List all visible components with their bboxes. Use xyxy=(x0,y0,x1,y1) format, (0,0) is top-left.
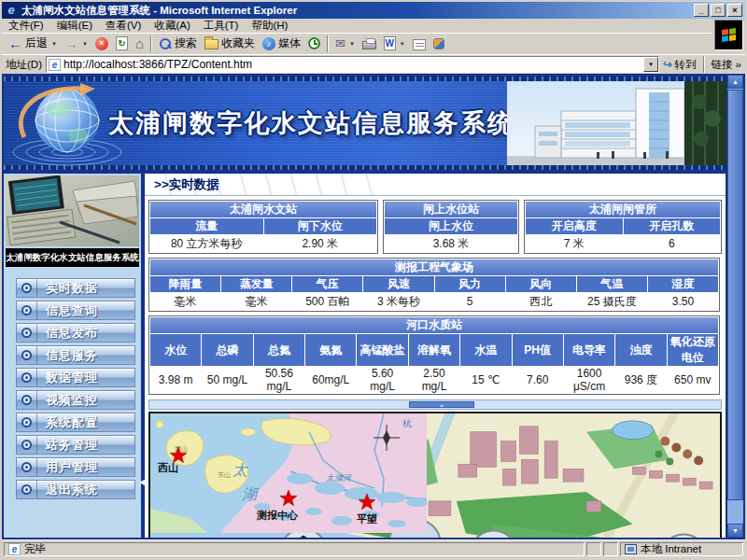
menu-tools[interactable]: 工具(T) xyxy=(197,19,246,33)
addressbar-separator xyxy=(703,56,705,73)
status-empty-panel xyxy=(586,542,601,556)
section-title: >>实时数据 xyxy=(145,174,726,196)
col-header: 气压 xyxy=(292,276,362,292)
edit-with-word-button[interactable]: W ▼ xyxy=(380,35,409,51)
col-header: 气温 xyxy=(577,276,647,292)
menu-view[interactable]: 查看(V) xyxy=(99,19,148,33)
site-map: 西山 东山 太 湖 太浦河 杭 西山 测报中心 平望 xyxy=(148,412,722,538)
mail-dropdown-icon[interactable]: ▼ xyxy=(349,41,355,47)
cell-value: 2.50 mg/L xyxy=(409,367,459,393)
forward-dropdown-icon[interactable]: ▼ xyxy=(82,41,88,47)
menu-file[interactable]: 文件(F) xyxy=(2,19,50,33)
forward-button[interactable]: → ▼ xyxy=(61,36,92,51)
banner-title: 太浦闸数字化水文站信息服务系统 xyxy=(108,106,514,140)
title-bar: e 太浦闸水文站信息管理系统 - Microsoft Internet Expl… xyxy=(2,2,745,19)
sidebar-item-station-management[interactable]: 站务管理 xyxy=(16,435,135,455)
scroll-up-button[interactable]: ▲ xyxy=(727,75,743,89)
address-bar: 地址(D) e ▼ ↪ 转到 链接 » xyxy=(2,54,745,74)
sidebar-item-system-config[interactable]: 系统配置 xyxy=(16,413,135,432)
minimize-button[interactable]: _ xyxy=(694,4,709,17)
col-header: 总磷 xyxy=(202,334,252,366)
close-button[interactable]: × xyxy=(727,4,742,17)
radio-icon xyxy=(17,324,37,342)
status-bar: e 完毕 本地 Intranet xyxy=(2,539,745,558)
back-button[interactable]: ← 后退 ▼ xyxy=(5,35,61,52)
sidebar-item-info-publish[interactable]: 信息发布 xyxy=(16,323,135,343)
home-button[interactable]: ⌂ xyxy=(132,36,148,51)
radio-icon xyxy=(17,369,37,386)
region-inset-map[interactable]: 西山 东山 太 湖 太浦河 杭 西山 测报中心 平望 xyxy=(150,413,427,533)
sidebar-item-info-service[interactable]: 信息服务 xyxy=(16,345,135,365)
table-estuary-water-quality: 河口水质站 水位 总磷 总氮 氨氮 高锰酸盐 溶解氧 水温 PH值 电导率 浊度… xyxy=(148,315,720,395)
history-button[interactable] xyxy=(304,36,324,50)
scrollbar-thumb[interactable] xyxy=(727,90,743,500)
menu-help[interactable]: 帮助(H) xyxy=(245,19,294,33)
mail-button[interactable]: ✉ ▼ xyxy=(331,36,359,51)
restore-button[interactable]: □ xyxy=(711,4,726,17)
radio-icon xyxy=(17,458,37,476)
sidebar-item-info-query[interactable]: 信息查询 xyxy=(16,301,135,320)
sidebar-item-realtime-data[interactable]: 实时数据 xyxy=(16,278,135,298)
cell-value: 3 米每秒 xyxy=(363,293,433,310)
address-input[interactable] xyxy=(61,58,643,71)
table-upstream-level-station: 闸上水位站 闸上水位 3.68 米 xyxy=(383,200,519,254)
horizontal-scrollbar-thumb[interactable]: ▲ xyxy=(409,401,474,408)
cell-value: 5.60 mg/L xyxy=(357,367,407,393)
security-zone-panel: 本地 Intranet xyxy=(620,542,743,556)
search-icon xyxy=(159,37,172,50)
horizontal-scrollbar[interactable]: ▲ xyxy=(148,399,722,410)
discuss-button[interactable] xyxy=(409,36,430,51)
search-label: 搜索 xyxy=(175,35,197,51)
cell-value: 936 度 xyxy=(615,367,666,393)
col-header: 闸上水位 xyxy=(385,218,517,234)
address-input-box: e ▼ xyxy=(46,56,659,73)
col-header: 流量 xyxy=(150,218,263,234)
window-title: 太浦闸水文站信息管理系统 - Microsoft Internet Explor… xyxy=(21,4,690,18)
media-button[interactable]: ♪ 媒体 xyxy=(259,35,304,52)
back-dropdown-icon[interactable]: ▼ xyxy=(51,41,57,47)
cell-value: 5 xyxy=(435,293,505,310)
messenger-button[interactable] xyxy=(430,37,448,50)
ie-logo-icon: e xyxy=(5,4,18,17)
history-clock-icon xyxy=(308,37,320,49)
cell-value: 25 摄氏度 xyxy=(577,293,647,310)
col-header: PH值 xyxy=(513,334,563,366)
pond xyxy=(613,421,654,440)
edit-dropdown-icon[interactable]: ▼ xyxy=(400,41,405,47)
favorites-button[interactable]: 收藏夹 xyxy=(201,35,259,52)
menu-edit[interactable]: 编辑(E) xyxy=(50,19,99,33)
lake-label-hu: 湖 xyxy=(242,486,259,502)
page-icon: e xyxy=(49,59,61,71)
links-button[interactable]: 链接 » xyxy=(712,58,741,72)
go-button[interactable]: ↪ 转到 xyxy=(663,58,697,72)
cell-value: 3.68 米 xyxy=(385,235,517,252)
col-header: 溶解氧 xyxy=(409,334,459,366)
col-header: 湿度 xyxy=(648,276,718,292)
refresh-button[interactable]: ↻ xyxy=(112,35,132,51)
zone-text: 本地 Intranet xyxy=(641,542,701,556)
cell-value: 80 立方米每秒 xyxy=(150,235,263,252)
menu-favorites[interactable]: 收藏(A) xyxy=(148,19,196,33)
col-header: 高锰酸盐 xyxy=(357,334,407,366)
sidebar-photo xyxy=(6,175,139,246)
search-button[interactable]: 搜索 xyxy=(155,35,201,52)
sidebar-item-data-management[interactable]: 数据管理 xyxy=(16,368,135,387)
tables-area: 太浦闸水文站 流量 闸下水位 80 立方米每秒 2.90 米 闸上水位站 闸上水… xyxy=(145,196,726,399)
radio-icon xyxy=(17,346,37,364)
links-chevron-icon: » xyxy=(736,59,741,70)
main-content: >>实时数据 太浦闸水文站 流量 闸下水位 80 立方米每秒 2.90 米 闸上… xyxy=(145,174,726,538)
stop-button[interactable]: × xyxy=(92,36,112,51)
sidebar-item-user-management[interactable]: 用户管理 xyxy=(16,457,135,477)
scroll-down-button[interactable]: ▼ xyxy=(727,524,743,538)
vertical-scrollbar[interactable]: ▲ ▼ xyxy=(727,75,743,538)
table-title: 河口水质站 xyxy=(150,317,718,333)
address-dropdown-button[interactable]: ▼ xyxy=(643,57,658,72)
print-button[interactable] xyxy=(359,36,380,50)
river-label: 太浦河 xyxy=(326,473,353,483)
sidebar-item-video-monitor[interactable]: 视频监控 xyxy=(16,390,135,410)
col-header: 开启孔数 xyxy=(624,218,721,234)
windows-flag-icon xyxy=(722,28,736,42)
sidebar-item-exit-system[interactable]: 退出系统 xyxy=(16,480,135,499)
cell-value: 650 mv xyxy=(668,367,718,393)
intranet-zone-icon xyxy=(625,544,637,554)
